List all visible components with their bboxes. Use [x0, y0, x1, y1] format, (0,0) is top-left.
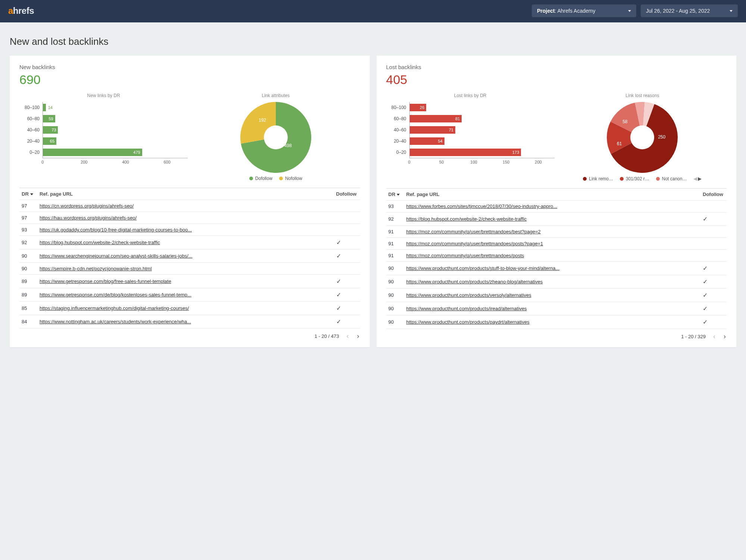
lost-donut-chart: 2506158: [607, 102, 678, 173]
new-donut-title: Link attributes: [262, 93, 290, 98]
ref-page-link[interactable]: https://www.producthunt.com/products/pay…: [406, 319, 530, 325]
check-icon: ✓: [336, 305, 341, 311]
ref-page-link[interactable]: https://www.searchenginejournal.com/seo-…: [40, 253, 193, 259]
project-dropdown[interactable]: Project: Ahrefs Academy: [532, 4, 636, 17]
ref-page-link[interactable]: https://www.producthunt.com/products/zhe…: [406, 279, 543, 284]
legend-nav: ◀▶: [693, 176, 702, 181]
legend-label: Nofollow: [285, 176, 302, 181]
cell-url: https://moz.com/community/q/user/brettma…: [404, 226, 701, 238]
sort-desc-icon: [397, 194, 400, 196]
pager-next-icon[interactable]: ›: [723, 333, 727, 340]
cell-dr: 90: [386, 289, 404, 302]
cell-dofollow: ✓: [334, 315, 360, 329]
legend-swatch-icon: [620, 177, 624, 181]
bar-fill: 59: [43, 115, 55, 122]
cell-url: https://moz.com/community/q/user/brettma…: [404, 250, 701, 262]
table-row: 89https://www.getresponse.com/de/blog/ko…: [19, 288, 360, 302]
daterange-value: Jul 26, 2022 - Aug 25, 2022: [646, 8, 710, 14]
new-donut-legend: DofollowNofollow: [249, 176, 302, 181]
check-icon: ✓: [336, 239, 341, 246]
ref-page-link[interactable]: https://cn.wordpress.org/plugins/ahrefs-…: [40, 203, 134, 209]
lost-bar-chart: 80–1002660–808140–607120–40540–20173: [386, 102, 555, 158]
col-url[interactable]: Ref. page URL: [404, 189, 701, 200]
legend-label: 301/302 r…: [626, 176, 649, 181]
cell-dr: 93: [386, 200, 404, 212]
table-row: 90https://www.searchenginejournal.com/se…: [19, 249, 360, 263]
ref-page-link[interactable]: https://moz.com/community/q/user/brettma…: [406, 253, 524, 258]
bar-label: 60–80: [19, 116, 43, 121]
pager-next-icon[interactable]: ›: [356, 332, 360, 340]
cell-url: https://sempire.b-cdn.net/pozycjonowanie…: [37, 263, 334, 275]
axis-tick: 200: [535, 160, 541, 164]
ref-page-link[interactable]: https://www.forbes.com/sites/tjmccue/201…: [406, 203, 558, 209]
cell-url: https://moz.com/community/q/user/brettma…: [404, 238, 701, 250]
legend-prev-icon[interactable]: ◀: [693, 176, 697, 181]
project-label: Project: [537, 8, 555, 14]
bar-label: 80–100: [386, 105, 409, 110]
bar-label: 40–60: [386, 127, 409, 133]
col-url[interactable]: Ref. page URL: [37, 188, 334, 200]
new-links-table: DR Ref. page URL Dofollow 97https://cn.w…: [19, 188, 360, 329]
ref-page-link[interactable]: https://blog.hubspot.com/website-2/check…: [40, 240, 160, 245]
ref-page-link[interactable]: https://moz.com/community/q/user/brettma…: [406, 229, 541, 234]
cell-dofollow: [700, 226, 727, 238]
ref-page-link[interactable]: https://www.getresponse.com/blog/free-sa…: [40, 279, 171, 284]
bar-label: 0–20: [386, 150, 409, 155]
ref-page-link[interactable]: https://www.producthunt.com/products/ver…: [406, 292, 531, 298]
pager-prev-icon[interactable]: ‹: [712, 333, 716, 340]
legend-item[interactable]: Not canon…: [656, 176, 687, 181]
col-dr[interactable]: DR: [19, 188, 37, 200]
legend-label: Not canon…: [662, 176, 687, 181]
pager-range: 1 - 20 / 473: [315, 333, 339, 339]
axis-tick: 100: [470, 160, 477, 164]
legend-item[interactable]: Link remo…: [583, 176, 613, 181]
col-dofollow[interactable]: Dofollow: [700, 189, 727, 200]
legend-item[interactable]: Nofollow: [279, 176, 302, 181]
ref-page-link[interactable]: https://www.producthunt.com/products/ire…: [406, 306, 527, 311]
ref-page-link[interactable]: https://www.nottingham.ac.uk/careers/stu…: [40, 319, 191, 324]
ref-page-link[interactable]: https://blog.hubspot.com/website-2/check…: [406, 216, 527, 222]
cell-url: https://www.getresponse.com/de/blog/kost…: [37, 288, 334, 302]
bar-row: 0–20173: [386, 147, 555, 158]
cell-dofollow: ✓: [700, 289, 727, 302]
col-dr[interactable]: DR: [386, 189, 404, 200]
check-icon: ✓: [703, 292, 708, 298]
legend-item[interactable]: 301/302 r…: [620, 176, 649, 181]
lost-links-table: DR Ref. page URL Dofollow 93https://www.…: [386, 188, 727, 329]
cell-dofollow: [334, 212, 360, 224]
bar-label: 80–100: [19, 105, 43, 110]
cell-dofollow: ✓: [334, 302, 360, 315]
axis-tick: 50: [439, 160, 444, 164]
bar-row: 0–20479: [19, 147, 188, 158]
new-backlinks-pane: New backlinks 690 New links by DR 80–100…: [10, 56, 370, 347]
cell-dofollow: [700, 200, 727, 212]
table-row: 97https://cn.wordpress.org/plugins/ahref…: [19, 200, 360, 212]
col-dofollow[interactable]: Dofollow: [334, 188, 360, 200]
cell-dr: 91: [386, 226, 404, 238]
axis-tick: 200: [81, 160, 87, 164]
ref-page-link[interactable]: https://www.getresponse.com/de/blog/kost…: [40, 292, 191, 298]
ref-page-link[interactable]: https://sempire.b-cdn.net/pozycjonowanie…: [40, 266, 152, 271]
donut-seg-label: 61: [617, 141, 622, 146]
table-row: 93https://uk.godaddy.com/blog/10-free-di…: [19, 224, 360, 236]
new-donut-chart: 498192: [240, 102, 311, 173]
donut-seg-label: 58: [622, 119, 627, 124]
legend-next-icon[interactable]: ▶: [698, 176, 702, 181]
pager-prev-icon[interactable]: ‹: [346, 332, 350, 340]
ref-page-link[interactable]: https://www.producthunt.com/products/stu…: [406, 265, 560, 271]
bar-row: 80–10014: [19, 102, 188, 113]
cell-dr: 85: [19, 302, 37, 315]
bar-fill: 173: [410, 149, 521, 156]
ref-page-link[interactable]: https://moz.com/community/q/user/brettma…: [406, 241, 543, 246]
legend-swatch-icon: [249, 177, 253, 180]
cell-dofollow: [334, 224, 360, 236]
daterange-dropdown[interactable]: Jul 26, 2022 - Aug 25, 2022: [641, 4, 738, 17]
lost-pager: 1 - 20 / 329 ‹ ›: [386, 333, 727, 340]
legend-item[interactable]: Dofollow: [249, 176, 272, 181]
ref-page-link[interactable]: https://hau.wordpress.org/plugins/ahrefs…: [40, 215, 137, 221]
ref-page-link[interactable]: https://uk.godaddy.com/blog/10-free-digi…: [40, 227, 192, 233]
table-row: 91https://moz.com/community/q/user/brett…: [386, 226, 727, 238]
cell-url: https://www.producthunt.com/products/ver…: [404, 289, 701, 302]
cell-url: https://cn.wordpress.org/plugins/ahrefs-…: [37, 200, 334, 212]
ref-page-link[interactable]: https://staging.influencermarketinghub.c…: [40, 305, 189, 311]
